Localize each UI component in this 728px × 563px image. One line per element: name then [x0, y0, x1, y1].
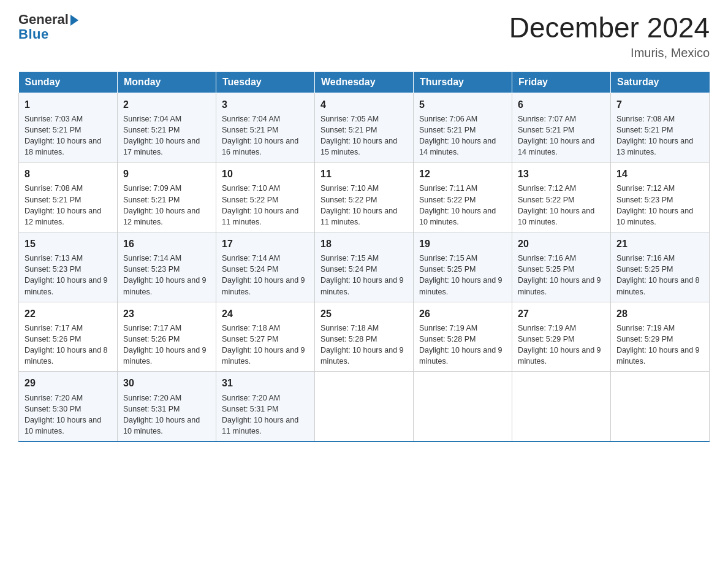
day-info: Sunrise: 7:15 AMSunset: 5:25 PMDaylight:… [419, 253, 506, 297]
calendar-week-4: 22Sunrise: 7:17 AMSunset: 5:26 PMDayligh… [19, 302, 710, 372]
day-number: 19 [419, 237, 506, 251]
calendar-cell: 20Sunrise: 7:16 AMSunset: 5:25 PMDayligh… [512, 232, 611, 302]
calendar-cell: 13Sunrise: 7:12 AMSunset: 5:22 PMDayligh… [512, 163, 611, 232]
calendar-cell: 24Sunrise: 7:18 AMSunset: 5:27 PMDayligh… [216, 302, 315, 372]
day-number: 20 [518, 237, 605, 251]
day-info: Sunrise: 7:03 AMSunset: 5:21 PMDaylight:… [25, 113, 112, 158]
day-info: Sunrise: 7:19 AMSunset: 5:28 PMDaylight:… [419, 323, 506, 367]
logo: General Blue [18, 12, 78, 42]
day-number: 2 [123, 98, 210, 112]
calendar-cell: 5Sunrise: 7:06 AMSunset: 5:21 PMDaylight… [414, 93, 512, 163]
month-title: December 2024 [509, 12, 710, 44]
day-info: Sunrise: 7:10 AMSunset: 5:22 PMDaylight:… [222, 183, 309, 228]
calendar-cell: 2Sunrise: 7:04 AMSunset: 5:21 PMDaylight… [118, 93, 216, 163]
calendar-cell: 25Sunrise: 7:18 AMSunset: 5:28 PMDayligh… [315, 302, 414, 372]
day-number: 12 [419, 167, 506, 181]
day-number: 16 [123, 237, 210, 251]
calendar-cell: 27Sunrise: 7:19 AMSunset: 5:29 PMDayligh… [512, 302, 611, 372]
day-info: Sunrise: 7:18 AMSunset: 5:28 PMDaylight:… [320, 323, 408, 367]
calendar-cell: 30Sunrise: 7:20 AMSunset: 5:31 PMDayligh… [118, 372, 216, 442]
logo-blue: Blue [18, 27, 78, 42]
calendar-cell: 22Sunrise: 7:17 AMSunset: 5:26 PMDayligh… [19, 302, 118, 372]
day-number: 6 [518, 98, 605, 112]
page-header: General Blue December 2024 Imuris, Mexic… [18, 12, 710, 60]
header-saturday: Saturday [611, 71, 710, 93]
day-info: Sunrise: 7:20 AMSunset: 5:31 PMDaylight:… [123, 393, 210, 437]
day-info: Sunrise: 7:06 AMSunset: 5:21 PMDaylight:… [419, 113, 506, 158]
day-info: Sunrise: 7:20 AMSunset: 5:30 PMDaylight:… [25, 393, 112, 437]
day-number: 3 [222, 98, 309, 112]
day-info: Sunrise: 7:17 AMSunset: 5:26 PMDaylight:… [25, 323, 112, 367]
day-number: 18 [320, 237, 408, 251]
calendar-cell: 3Sunrise: 7:04 AMSunset: 5:21 PMDaylight… [216, 93, 315, 163]
logo-general: General [18, 12, 69, 27]
day-number: 26 [419, 307, 506, 321]
calendar-cell: 17Sunrise: 7:14 AMSunset: 5:24 PMDayligh… [216, 232, 315, 302]
day-number: 24 [222, 307, 309, 321]
calendar-cell: 14Sunrise: 7:12 AMSunset: 5:23 PMDayligh… [611, 163, 710, 232]
header-tuesday: Tuesday [216, 71, 315, 93]
calendar-cell: 12Sunrise: 7:11 AMSunset: 5:22 PMDayligh… [414, 163, 512, 232]
calendar-cell: 23Sunrise: 7:17 AMSunset: 5:26 PMDayligh… [118, 302, 216, 372]
day-info: Sunrise: 7:11 AMSunset: 5:22 PMDaylight:… [419, 183, 506, 228]
day-number: 17 [222, 237, 309, 251]
day-info: Sunrise: 7:16 AMSunset: 5:25 PMDaylight:… [616, 253, 703, 297]
calendar-cell [414, 372, 512, 442]
day-number: 31 [222, 376, 309, 390]
day-info: Sunrise: 7:16 AMSunset: 5:25 PMDaylight:… [518, 253, 605, 297]
day-info: Sunrise: 7:10 AMSunset: 5:22 PMDaylight:… [320, 183, 408, 228]
calendar-week-3: 15Sunrise: 7:13 AMSunset: 5:23 PMDayligh… [19, 232, 710, 302]
day-info: Sunrise: 7:15 AMSunset: 5:24 PMDaylight:… [320, 253, 408, 297]
day-number: 5 [419, 98, 506, 112]
day-number: 4 [320, 98, 408, 112]
day-info: Sunrise: 7:17 AMSunset: 5:26 PMDaylight:… [123, 323, 210, 367]
day-info: Sunrise: 7:18 AMSunset: 5:27 PMDaylight:… [222, 323, 309, 367]
day-number: 28 [616, 307, 703, 321]
day-number: 29 [25, 376, 112, 390]
location: Imuris, Mexico [509, 46, 710, 60]
day-info: Sunrise: 7:14 AMSunset: 5:24 PMDaylight:… [222, 253, 309, 297]
calendar-cell: 11Sunrise: 7:10 AMSunset: 5:22 PMDayligh… [315, 163, 414, 232]
day-info: Sunrise: 7:07 AMSunset: 5:21 PMDaylight:… [518, 113, 605, 158]
day-number: 10 [222, 167, 309, 181]
calendar-header-row: SundayMondayTuesdayWednesdayThursdayFrid… [19, 71, 710, 93]
day-number: 23 [123, 307, 210, 321]
day-info: Sunrise: 7:09 AMSunset: 5:21 PMDaylight:… [123, 183, 210, 228]
header-monday: Monday [118, 71, 216, 93]
day-info: Sunrise: 7:12 AMSunset: 5:22 PMDaylight:… [518, 183, 605, 228]
header-friday: Friday [512, 71, 611, 93]
calendar-cell: 16Sunrise: 7:14 AMSunset: 5:23 PMDayligh… [118, 232, 216, 302]
calendar-cell [315, 372, 414, 442]
calendar-cell: 1Sunrise: 7:03 AMSunset: 5:21 PMDaylight… [19, 93, 118, 163]
header-sunday: Sunday [19, 71, 118, 93]
day-number: 27 [518, 307, 605, 321]
day-number: 25 [320, 307, 408, 321]
day-info: Sunrise: 7:12 AMSunset: 5:23 PMDaylight:… [616, 183, 703, 228]
header-wednesday: Wednesday [315, 71, 414, 93]
day-number: 22 [25, 307, 112, 321]
day-info: Sunrise: 7:19 AMSunset: 5:29 PMDaylight:… [616, 323, 703, 367]
calendar-cell: 28Sunrise: 7:19 AMSunset: 5:29 PMDayligh… [611, 302, 710, 372]
calendar-cell: 19Sunrise: 7:15 AMSunset: 5:25 PMDayligh… [414, 232, 512, 302]
day-number: 11 [320, 167, 408, 181]
calendar-cell: 9Sunrise: 7:09 AMSunset: 5:21 PMDaylight… [118, 163, 216, 232]
calendar-cell [512, 372, 611, 442]
title-block: December 2024 Imuris, Mexico [509, 12, 710, 60]
day-info: Sunrise: 7:04 AMSunset: 5:21 PMDaylight:… [222, 113, 309, 158]
calendar-week-2: 8Sunrise: 7:08 AMSunset: 5:21 PMDaylight… [19, 163, 710, 232]
day-info: Sunrise: 7:04 AMSunset: 5:21 PMDaylight:… [123, 113, 210, 158]
day-info: Sunrise: 7:13 AMSunset: 5:23 PMDaylight:… [25, 253, 112, 297]
day-info: Sunrise: 7:20 AMSunset: 5:31 PMDaylight:… [222, 393, 309, 437]
day-info: Sunrise: 7:19 AMSunset: 5:29 PMDaylight:… [518, 323, 605, 367]
calendar-week-5: 29Sunrise: 7:20 AMSunset: 5:30 PMDayligh… [19, 372, 710, 442]
calendar-cell: 29Sunrise: 7:20 AMSunset: 5:30 PMDayligh… [19, 372, 118, 442]
calendar-cell: 8Sunrise: 7:08 AMSunset: 5:21 PMDaylight… [19, 163, 118, 232]
calendar-cell: 10Sunrise: 7:10 AMSunset: 5:22 PMDayligh… [216, 163, 315, 232]
day-info: Sunrise: 7:08 AMSunset: 5:21 PMDaylight:… [616, 113, 703, 158]
day-number: 1 [25, 98, 112, 112]
day-number: 13 [518, 167, 605, 181]
header-thursday: Thursday [414, 71, 512, 93]
calendar-cell [611, 372, 710, 442]
calendar-table: SundayMondayTuesdayWednesdayThursdayFrid… [18, 71, 710, 442]
calendar-week-1: 1Sunrise: 7:03 AMSunset: 5:21 PMDaylight… [19, 93, 710, 163]
